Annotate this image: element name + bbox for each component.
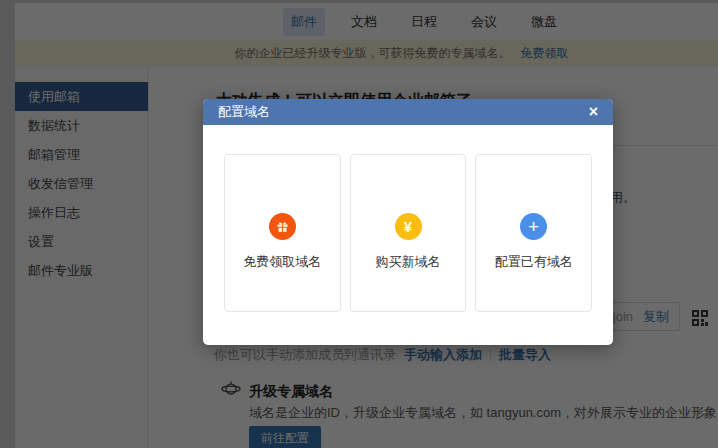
card-label: 配置已有域名	[495, 253, 573, 271]
card-label: 免费领取域名	[243, 253, 321, 271]
modal-body: 免费领取域名 ¥ 购买新域名 + 配置已有域名	[203, 125, 613, 312]
card-label: 购买新域名	[376, 253, 441, 271]
modal-title: 配置域名	[218, 103, 589, 121]
yen-symbol: ¥	[404, 219, 412, 234]
modal-header: 配置域名 ×	[203, 99, 613, 125]
plus-symbol: +	[528, 217, 539, 236]
card-configure-existing-domain[interactable]: + 配置已有域名	[475, 154, 592, 312]
plus-icon: +	[520, 213, 547, 240]
card-free-claim-domain[interactable]: 免费领取域名	[224, 154, 341, 312]
card-buy-new-domain[interactable]: ¥ 购买新域名	[350, 154, 467, 312]
gift-icon	[269, 213, 296, 240]
yen-icon: ¥	[395, 213, 422, 240]
close-icon[interactable]: ×	[589, 104, 598, 120]
configure-domain-modal: 配置域名 × 免费领取域名 ¥ 购买新域名	[203, 99, 613, 345]
